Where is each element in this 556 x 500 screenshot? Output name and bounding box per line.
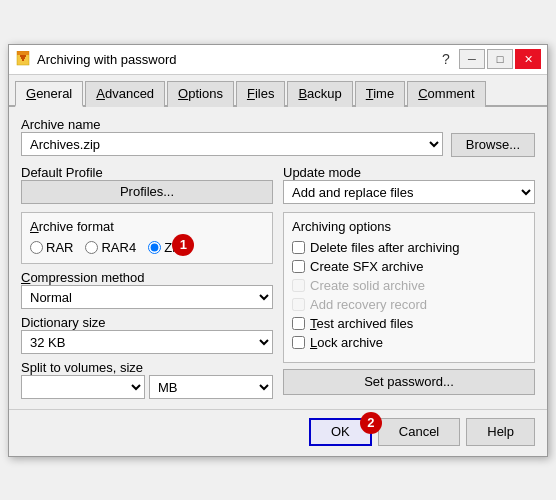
zip-radio[interactable] bbox=[148, 241, 161, 254]
split-volumes-section: Split to volumes, size MB bbox=[21, 360, 273, 399]
help-titlebar-button[interactable]: ? bbox=[433, 49, 459, 69]
split-volumes-row: MB bbox=[21, 375, 273, 399]
bottom-bar: OK 2 Cancel Help bbox=[9, 409, 547, 456]
radio-rar[interactable]: RAR bbox=[30, 240, 73, 255]
browse-button[interactable]: Browse... bbox=[451, 133, 535, 157]
archiving-options-section: Archiving options Delete files after arc… bbox=[283, 212, 535, 363]
split-volumes-label: Split to volumes, size bbox=[21, 360, 273, 375]
archive-format-radios: RAR RAR4 ZIP 1 bbox=[30, 240, 264, 255]
main-window: Archiving with password ? ─ □ ✕ General … bbox=[8, 44, 548, 457]
tab-backup[interactable]: Backup bbox=[287, 81, 352, 107]
archive-name-dropdown[interactable]: Archives.zip bbox=[21, 132, 443, 156]
radio-rar4[interactable]: RAR4 bbox=[85, 240, 136, 255]
svg-rect-4 bbox=[22, 59, 24, 61]
tab-general[interactable]: General bbox=[15, 81, 83, 107]
zip-radio-container: ZIP 1 bbox=[148, 240, 184, 255]
profiles-btn-wrapper: Profiles... bbox=[21, 180, 273, 204]
update-mode-label: Update mode bbox=[283, 165, 535, 180]
checkbox-test-archived: Test archived files bbox=[292, 316, 526, 331]
create-solid-label: Create solid archive bbox=[310, 278, 425, 293]
minimize-button[interactable]: ─ bbox=[459, 49, 485, 69]
default-profile-label: Default Profile bbox=[21, 165, 273, 180]
tab-files[interactable]: Files bbox=[236, 81, 285, 107]
tab-advanced[interactable]: Advanced bbox=[85, 81, 165, 107]
create-sfx-label: Create SFX archive bbox=[310, 259, 423, 274]
create-solid-checkbox bbox=[292, 279, 305, 292]
delete-files-checkbox[interactable] bbox=[292, 241, 305, 254]
archiving-options-title: Archiving options bbox=[292, 219, 526, 234]
right-col: Update mode Add and replace files Archiv… bbox=[283, 165, 535, 399]
add-recovery-label: Add recovery record bbox=[310, 297, 427, 312]
test-archived-checkbox[interactable] bbox=[292, 317, 305, 330]
window-title: Archiving with password bbox=[37, 52, 433, 67]
checkbox-create-sfx: Create SFX archive bbox=[292, 259, 526, 274]
svg-rect-2 bbox=[20, 55, 26, 57]
dictionary-size-label: Dictionary size bbox=[21, 315, 273, 330]
close-button[interactable]: ✕ bbox=[515, 49, 541, 69]
lock-archive-label: Lock archive bbox=[310, 335, 383, 350]
update-mode-section: Update mode Add and replace files bbox=[283, 165, 535, 204]
split-unit-dropdown[interactable]: MB bbox=[149, 375, 273, 399]
add-recovery-checkbox bbox=[292, 298, 305, 311]
update-mode-dropdown[interactable]: Add and replace files bbox=[283, 180, 535, 204]
set-password-wrapper: Set password... bbox=[283, 369, 535, 395]
dictionary-size-dropdown[interactable]: 32 KB bbox=[21, 330, 273, 354]
compression-method-section: Compression method Normal bbox=[21, 270, 273, 309]
help-button[interactable]: Help bbox=[466, 418, 535, 446]
tab-time[interactable]: Time bbox=[355, 81, 405, 107]
lock-archive-checkbox[interactable] bbox=[292, 336, 305, 349]
window-controls: ─ □ ✕ bbox=[459, 49, 541, 69]
svg-rect-3 bbox=[21, 57, 25, 59]
checkbox-delete-files: Delete files after archiving bbox=[292, 240, 526, 255]
test-archived-label: Test archived files bbox=[310, 316, 413, 331]
browse-btn-wrapper: Browse... bbox=[451, 117, 535, 157]
rar4-radio[interactable] bbox=[85, 241, 98, 254]
badge-1: 1 bbox=[172, 234, 194, 256]
delete-files-label: Delete files after archiving bbox=[310, 240, 460, 255]
profiles-button[interactable]: Profiles... bbox=[21, 180, 273, 204]
tab-options[interactable]: Options bbox=[167, 81, 234, 107]
split-volumes-dropdown[interactable] bbox=[21, 375, 145, 399]
tab-comment[interactable]: Comment bbox=[407, 81, 485, 107]
cancel-button[interactable]: Cancel bbox=[378, 418, 460, 446]
set-password-button[interactable]: Set password... bbox=[283, 369, 535, 395]
checkbox-create-solid: Create solid archive bbox=[292, 278, 526, 293]
tab-bar: General Advanced Options Files Backup Ti… bbox=[9, 75, 547, 107]
archive-name-section: Archive name Archives.zip Browse... bbox=[21, 117, 535, 157]
archive-name-label: Archive name bbox=[21, 117, 443, 132]
titlebar: Archiving with password ? ─ □ ✕ bbox=[9, 45, 547, 75]
ok-badge-container: OK 2 bbox=[309, 418, 372, 446]
create-sfx-checkbox[interactable] bbox=[292, 260, 305, 273]
compression-method-label: Compression method bbox=[21, 270, 273, 285]
archive-format-section: Archive format RAR RAR4 ZIP bbox=[21, 212, 273, 264]
compression-method-dropdown[interactable]: Normal bbox=[21, 285, 273, 309]
content-area: Archive name Archives.zip Browse... Defa… bbox=[9, 107, 547, 409]
maximize-button[interactable]: □ bbox=[487, 49, 513, 69]
app-icon bbox=[15, 51, 31, 67]
left-col: Default Profile Profiles... Archive form… bbox=[21, 165, 273, 399]
checkbox-add-recovery: Add recovery record bbox=[292, 297, 526, 312]
archive-format-title: Archive format bbox=[30, 219, 264, 234]
svg-rect-1 bbox=[17, 51, 29, 55]
archive-name-col: Archive name Archives.zip bbox=[21, 117, 443, 156]
dictionary-size-section: Dictionary size 32 KB bbox=[21, 315, 273, 354]
badge-2: 2 bbox=[360, 412, 382, 434]
main-two-col: Default Profile Profiles... Archive form… bbox=[21, 165, 535, 399]
rar-radio[interactable] bbox=[30, 241, 43, 254]
checkbox-lock-archive: Lock archive bbox=[292, 335, 526, 350]
